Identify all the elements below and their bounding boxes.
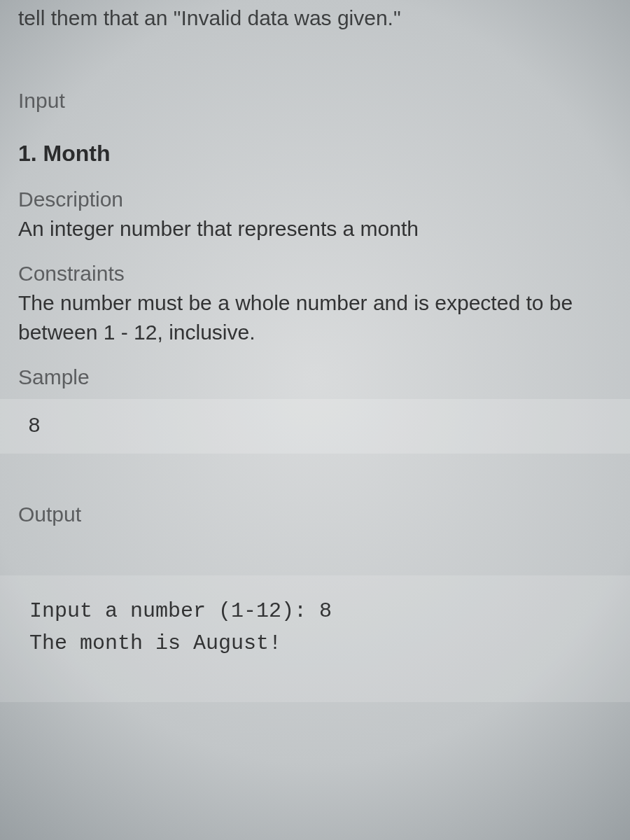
description-text: An integer number that represents a mont… <box>18 214 612 244</box>
input-item-title: 1. Month <box>18 141 612 167</box>
sample-label: Sample <box>18 365 612 389</box>
input-item-name: Month <box>43 141 111 166</box>
sample-value-box: 8 <box>0 399 630 454</box>
input-item-number: 1. <box>18 141 37 166</box>
instruction-fragment: tell them that an "Invalid data was give… <box>18 0 612 33</box>
description-label: Description <box>18 188 612 211</box>
document-page: tell them that an "Invalid data was give… <box>0 0 630 702</box>
input-section-heading: Input <box>18 89 612 113</box>
output-section-heading: Output <box>18 503 612 526</box>
output-console-box: Input a number (1-12): 8 The month is Au… <box>0 575 630 702</box>
constraints-text: The number must be a whole number and is… <box>18 288 612 347</box>
constraints-label: Constraints <box>18 262 612 286</box>
